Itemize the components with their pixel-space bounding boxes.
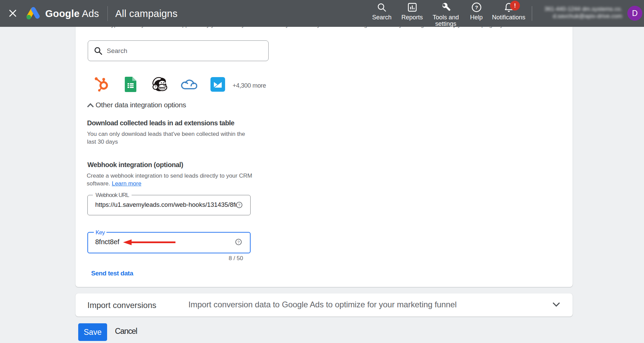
svg-text:?: ? <box>475 4 478 10</box>
svg-text:?: ? <box>238 203 240 207</box>
svg-text:?: ? <box>237 240 239 244</box>
